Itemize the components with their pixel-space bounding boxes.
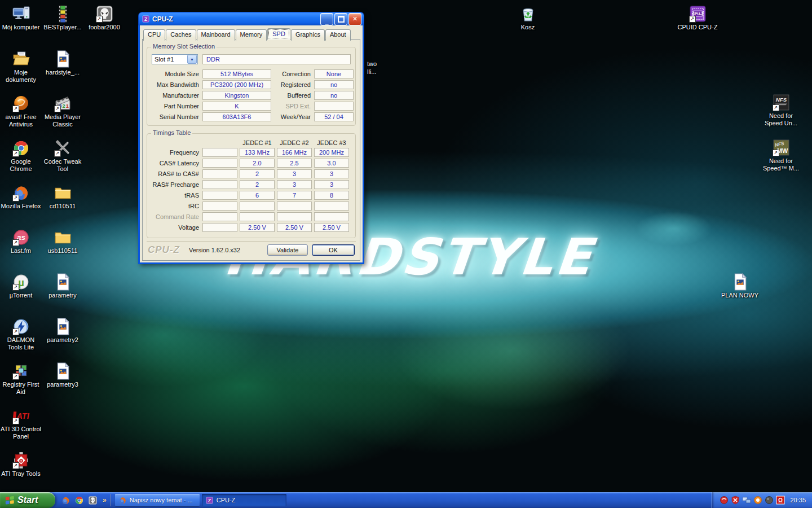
field-value: None [314,69,354,78]
daemon-icon: ↗ [12,317,30,336]
task-button-napisz-nowy-temat-[interactable]: Napisz nowy temat - ... [115,494,200,506]
cpuz-titlebar[interactable]: Z CPU-Z _ ✕ [138,12,364,25]
timings-cell: 2.50 V [277,223,312,232]
maximize-button[interactable] [334,13,347,25]
desktop-icon-parametry[interactable]: parametry [42,273,83,299]
mpc-icon: 321↗ [54,94,72,113]
slot-select[interactable]: Slot #1 ▼ [152,54,198,64]
taskbar: Start » Napisz nowy temat - ...ZCPU-Z Ω … [0,492,812,508]
field-value: no [314,80,354,89]
tab-graphics[interactable]: Graphics [291,29,325,41]
module-type-field: DDR [202,54,351,64]
shortcut-arrow-icon: ↗ [773,104,779,111]
timings-row-label: tRAS [152,192,200,199]
tray-orange-ball-icon[interactable] [753,496,762,505]
memory-fields-grid: Module Size512 MBytesCorrectionNoneMax B… [152,69,351,121]
timings-cell: 6 [240,191,275,200]
desktop-icon-label: parametry3 [42,381,83,388]
tray-omega-icon[interactable]: Ω [776,496,785,505]
shortcut-arrow-icon: ↗ [54,150,61,157]
desktop-icon-nfs-most-wanted[interactable]: NFSMW↗Need for Speed™ M... [760,138,802,172]
version-text: Version 1.62.0.x32 [189,247,240,253]
timings-cell: 133 MHz [240,148,275,157]
tab-memory[interactable]: Memory [236,29,267,41]
field-value: K [202,102,271,111]
tab-caches[interactable]: Caches [166,29,196,41]
desktop-icon-label: ATI 3D Control Panel [0,426,42,440]
timings-cell [240,202,275,211]
timings-row: tRC [152,202,351,211]
desktop-icon-usb110511[interactable]: usb110511 [42,228,83,255]
timings-cell [202,223,237,232]
timings-cell: 200 MHz [314,148,349,157]
desktop-icon-avast-free-antivirus[interactable]: ↗avast! Free Antivirus [0,94,42,128]
timings-header-row: JEDEC #1JEDEC #2JEDEC #3 [152,139,351,146]
memory-slot-selection-group: Memory Slot Selection Slot #1 ▼ DDR Modu… [147,47,356,126]
desktop-icon-daemon-tools-lite[interactable]: ↗DAEMON Tools Lite [0,317,42,351]
quick-launch-chrome-icon[interactable] [74,496,84,505]
desktop-icon-codec-tweak-tool[interactable]: ↗Codec Tweak Tool [42,139,83,173]
desktop-icon-label: Codec Tweak Tool [42,158,83,173]
timings-row: Voltage2.50 V2.50 V2.50 V [152,223,351,232]
tray-daemon-red-icon[interactable] [720,496,729,505]
tray-dark-orb-icon[interactable] [765,496,774,505]
desktop-icon-nfs-underground[interactable]: NFS↗Need for Speed Un... [760,93,802,127]
quick-launch-foobar-icon[interactable] [88,496,98,505]
timings-cell: 2 [240,169,275,178]
chevron-down-icon[interactable]: ▼ [187,55,197,64]
desktop-icon-moj-komputer[interactable]: Mój komputer [0,5,42,31]
tab-spd[interactable]: SPD [267,28,290,40]
svg-text:2: 2 [62,103,65,109]
desktop-icon-foobar2000[interactable]: ↗foobar2000 [83,5,125,31]
tab-about[interactable]: About [325,29,351,41]
quick-launch-overflow-chevron[interactable]: » [102,496,108,504]
timings-cell [202,180,237,189]
task-button-cpu-z[interactable]: ZCPU-Z [202,494,286,506]
desktop-icon-cpuid-cpuz[interactable]: CPU-Z↗CPUID CPU-Z [677,5,718,31]
desktop-icon-lastfm[interactable]: as↗Last.fm [0,228,42,255]
partial-icon-label: two lli... [367,60,377,76]
timings-cell [202,148,237,157]
lastfm-icon: as↗ [12,228,30,247]
desktop-icon-ati-tray-tools[interactable]: ↗ATI Tray Tools [0,451,42,478]
timings-cell [202,212,237,221]
tray-security-alert-icon[interactable] [731,496,740,505]
desktop-icon-moje-dokumenty[interactable]: Moje dokumenty [0,50,42,84]
quick-launch-firefox-icon[interactable] [61,496,70,505]
desktop-icon-bestplayer[interactable]: BESTplayer... [42,5,83,31]
close-button[interactable]: ✕ [348,13,361,25]
field-label: Registered [273,81,312,88]
desktop-icon-media-player-classic[interactable]: 321↗Media Player Classic [42,94,83,128]
desktop-icon-mozilla-firefox[interactable]: ↗Mozilla Firefox [0,183,42,210]
tab-mainboard[interactable]: Mainboard [197,29,235,41]
desktop-icon-utorrent[interactable]: µ↗µTorrent [0,273,42,299]
timings-row: Frequency133 MHz166 MHz200 MHz [152,148,351,157]
ok-button[interactable]: OK [312,244,355,256]
desktop-icon-registry-first-aid[interactable]: ↗Registry First Aid [0,362,42,396]
minimize-button[interactable]: _ [320,13,333,25]
timings-cell: 3 [277,180,312,189]
desktop-icon-label: DAEMON Tools Lite [0,336,42,351]
window-footer: CPU-Z Version 1.62.0.x32 Validate OK [147,241,356,257]
desktop-icon-ati-3d-control-panel[interactable]: ATI↗ATI 3D Control Panel [0,406,42,440]
computer-icon [12,5,30,23]
validate-button[interactable]: Validate [267,244,308,256]
start-button[interactable]: Start [0,492,55,508]
cpuz-logo: CPU-Z [148,244,180,256]
ati-icon: ATI↗ [12,406,30,425]
partial-icon-label-line1: two [367,60,377,68]
desktop-icon-parametry2[interactable]: parametry2 [42,317,83,344]
tab-cpu[interactable]: CPU [143,29,165,41]
desktop-icon-parametry3[interactable]: parametry3 [42,362,83,388]
tray-network-icon[interactable] [742,496,751,505]
desktop-icon-hardstyle-file[interactable]: hardstyle_... [42,50,83,76]
desktop-icon-kosz[interactable]: Kosz [507,5,549,31]
desktop-icon-google-chrome[interactable]: ↗Google Chrome [0,139,42,173]
docimg-icon [54,317,72,336]
desktop-icon-plan-nowy[interactable]: PLAN NOWY [719,273,761,299]
desktop-icon-label: avast! Free Antivirus [0,113,42,128]
field-value [314,102,354,111]
desktop-icon-cd110511[interactable]: cd110511 [42,183,83,210]
desktop-icon-label: parametry2 [42,336,83,344]
timings-row: RAS# Precharge233 [152,180,351,189]
